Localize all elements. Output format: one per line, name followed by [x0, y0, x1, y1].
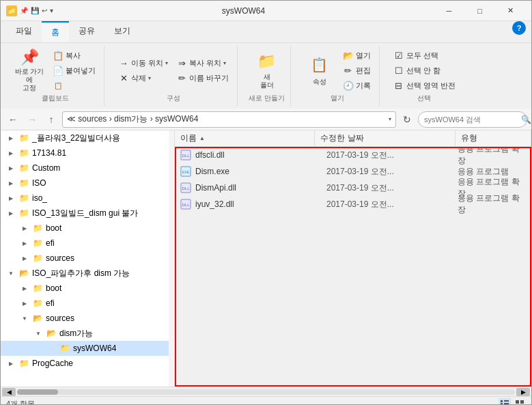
- tree-item-14[interactable]: 📁 sysWOW64: [1, 341, 174, 356]
- quick-access-save[interactable]: 💾: [31, 7, 39, 14]
- file-list: DLL dfscli.dll 2017-03-19 오전... 응용 프로그램 …: [175, 147, 531, 387]
- svg-rect-9: [504, 400, 509, 402]
- tab-share[interactable]: 공유: [69, 21, 104, 42]
- tab-file[interactable]: 파일: [6, 21, 42, 42]
- ribbon-content: 📌 바로 가기에고정 📋 복사 📄 붙여넣기 📋 클립보드: [1, 43, 531, 109]
- tree-item-4[interactable]: ▶ 📁 iso_: [1, 191, 174, 206]
- folder-icon-8: 📁: [32, 253, 43, 263]
- h-scrollbar-area[interactable]: ◀ ▶: [1, 387, 531, 396]
- hscroll-thumb[interactable]: [17, 389, 58, 395]
- paste-shortcut-icon: 📋: [53, 80, 64, 91]
- hscroll-right[interactable]: ▶: [516, 388, 530, 396]
- tree-item-9[interactable]: ▼ 📂 ISO_파일추가후 dism 가능: [1, 266, 174, 281]
- file-item-3[interactable]: DLL iyuv_32.dll 2017-03-19 오전... 응용 프로그램…: [175, 196, 531, 212]
- folder-icon-14: 📁: [59, 344, 70, 353]
- delete-button[interactable]: ✕ 삭제 ▾: [115, 71, 171, 85]
- file-item-0[interactable]: DLL dfscli.dll 2017-03-19 오전... 응용 프로그램 …: [175, 147, 531, 163]
- tree-item-2[interactable]: ▶ 📁 Custom: [1, 160, 174, 176]
- tree-item-5[interactable]: ▶ 📁 ISO_13일빌드_dism gui 불가: [1, 206, 174, 221]
- hscroll-track[interactable]: [17, 389, 515, 395]
- tree-item-3[interactable]: ▶ 📁 ISO: [1, 176, 174, 191]
- tree-item-6[interactable]: ▶ 📁 boot: [1, 221, 174, 236]
- select-all-button[interactable]: ☑ 모두 선택: [391, 48, 458, 62]
- move-label: 이동 위치: [131, 58, 163, 68]
- ribbon-tabs: 파일 홈 공유 보기 ?: [1, 21, 531, 43]
- edit-button[interactable]: ✏ 편집: [340, 64, 374, 77]
- clipboard-buttons: 📌 바로 가기에고정 📋 복사 📄 붙여넣기 📋: [12, 48, 98, 92]
- tree-item-0[interactable]: ▶ 📁 _플라워3_22일빌더사용: [1, 130, 174, 145]
- address-dropdown[interactable]: ▾: [389, 116, 391, 122]
- tree-item-15[interactable]: ▶ 📁 ProgCache: [1, 356, 174, 371]
- minimize-button[interactable]: ─: [434, 1, 464, 21]
- col-header-date[interactable]: 수정한 날짜: [315, 130, 455, 146]
- tab-view[interactable]: 보기: [104, 21, 140, 42]
- refresh-button[interactable]: ↻: [399, 111, 415, 128]
- quick-access-pin[interactable]: 📌: [20, 7, 28, 14]
- app-icon: 📁: [6, 5, 17, 16]
- rename-button[interactable]: ✏ 이름 바꾸기: [173, 71, 232, 85]
- copy-to-button[interactable]: ⇒ 복사 위치 ▾: [173, 56, 232, 70]
- col-header-type[interactable]: 유형: [456, 130, 531, 146]
- tree-item-10[interactable]: ▶ 📁 boot: [1, 281, 174, 296]
- file-name-2: DismApi.dll: [195, 183, 326, 193]
- file-icon-2: DLL: [180, 182, 191, 193]
- col-header-name[interactable]: 이름 ▲: [175, 130, 315, 146]
- tree-label-6: boot: [46, 223, 61, 233]
- tree-arrow-11: ▶: [20, 298, 29, 308]
- tree-item-7[interactable]: ▶ 📁 efi: [1, 236, 174, 251]
- search-icon[interactable]: 🔍: [521, 115, 531, 124]
- open-button[interactable]: 📂 열기: [340, 48, 374, 62]
- copy-button[interactable]: 📋 복사: [50, 48, 98, 62]
- back-button[interactable]: ←: [5, 111, 21, 128]
- up-button[interactable]: ↑: [43, 111, 59, 128]
- sort-arrow-name: ▲: [199, 135, 205, 141]
- tree-item-13[interactable]: ▼ 📂 dism가능: [1, 326, 174, 341]
- details-view-button[interactable]: [499, 398, 511, 406]
- tree-label-3: ISO: [32, 178, 46, 188]
- file-date-3: 2017-03-19 오전...: [326, 199, 458, 210]
- forward-button[interactable]: →: [24, 111, 40, 128]
- search-input[interactable]: [424, 115, 518, 124]
- address-box[interactable]: ≪ sources › dism가능 › sysWOW64 ▾: [62, 111, 396, 128]
- pin-label: 바로 가기에고정: [14, 68, 44, 92]
- tree-arrow-12: ▼: [20, 313, 29, 323]
- clipboard-label: 클립보드: [42, 94, 69, 103]
- folder-icon-10: 📁: [32, 283, 43, 293]
- tree-item-1[interactable]: ▶ 📁 17134.81: [1, 145, 174, 160]
- close-button[interactable]: ✕: [495, 1, 526, 21]
- history-button[interactable]: 🕘 기록: [340, 79, 374, 92]
- tree-arrow-9: ▼: [6, 268, 16, 278]
- quick-access-undo[interactable]: ↩: [42, 7, 47, 14]
- help-button[interactable]: ?: [512, 21, 526, 35]
- paste-button[interactable]: 📄 붙여넣기: [50, 64, 98, 77]
- tree-arrow-0: ▶: [6, 133, 16, 143]
- open-col: 📂 열기 ✏ 편집 🕘 기록: [340, 48, 374, 92]
- folder-icon-5: 📁: [18, 208, 29, 218]
- file-name-3: iyuv_32.dll: [195, 199, 326, 209]
- paste-shortcut-button[interactable]: 📋: [50, 79, 98, 92]
- invert-selection-button[interactable]: ⊟ 선택 영역 반전: [391, 79, 458, 92]
- large-icon-view-button[interactable]: [514, 398, 526, 406]
- move-to-button[interactable]: → 이동 위치 ▾: [115, 56, 171, 70]
- new-folder-button[interactable]: 📁 새폴더: [249, 48, 285, 92]
- hscroll-left[interactable]: ◀: [2, 388, 16, 396]
- ribbon-group-clipboard: 📌 바로 가기에고정 📋 복사 📄 붙여넣기 📋 클립보드: [6, 46, 104, 106]
- select-none-button[interactable]: ☐ 선택 안 함: [391, 64, 458, 77]
- search-box[interactable]: 🔍: [418, 111, 527, 128]
- tree-item-11[interactable]: ▶ 📁 efi: [1, 296, 174, 311]
- pin-to-quickaccess-button[interactable]: 📌 바로 가기에고정: [12, 48, 47, 92]
- tree-label-1: 17134.81: [32, 148, 66, 158]
- delete-dropdown-arrow: ▾: [148, 75, 151, 81]
- move-icon: →: [118, 57, 129, 68]
- properties-button[interactable]: 📋 속성: [302, 48, 337, 92]
- status-right: [499, 398, 526, 406]
- properties-label: 속성: [313, 77, 326, 87]
- file-type-1: 응용 프로그램: [458, 166, 526, 178]
- tree-item-8[interactable]: ▶ 📁 sources: [1, 251, 174, 266]
- left-scrollbar[interactable]: [169, 130, 174, 387]
- tree-item-12[interactable]: ▼ 📂 sources: [1, 311, 174, 326]
- tree-arrow-15: ▶: [6, 359, 16, 368]
- tab-home[interactable]: 홈: [42, 21, 69, 42]
- copy-paste-col: 📋 복사 📄 붙여넣기 📋: [50, 48, 98, 92]
- maximize-button[interactable]: □: [464, 1, 495, 21]
